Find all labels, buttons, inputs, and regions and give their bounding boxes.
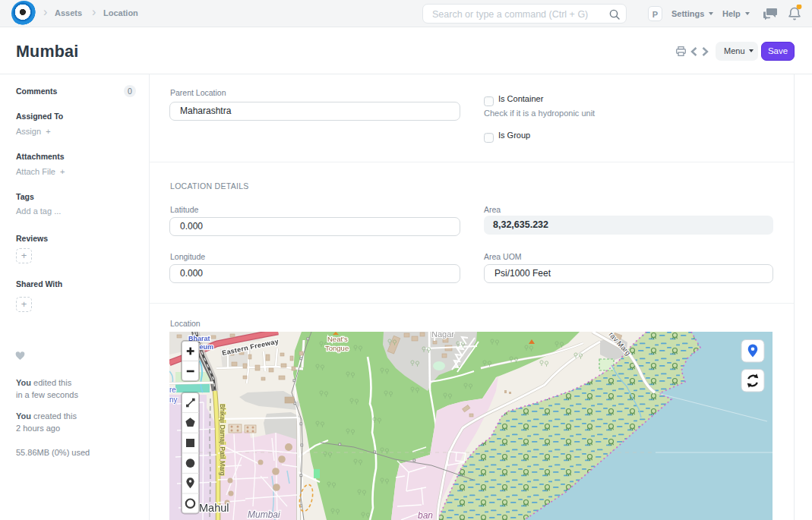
svg-text:leum: leum xyxy=(197,343,213,351)
svg-text:Nagar: Nagar xyxy=(431,332,454,339)
svg-text:re: re xyxy=(169,386,176,394)
svg-text:Mumbai: Mumbai xyxy=(248,509,280,520)
svg-text:Mahul: Mahul xyxy=(199,502,229,514)
svg-text:ny: ny xyxy=(169,396,178,404)
svg-text:ban: ban xyxy=(418,510,433,520)
svg-text:Neat's: Neat's xyxy=(327,335,348,343)
svg-text:Tongue: Tongue xyxy=(325,344,349,352)
svg-text:Bhikaji Damaji Patil Marg: Bhikaji Damaji Patil Marg xyxy=(219,404,226,476)
